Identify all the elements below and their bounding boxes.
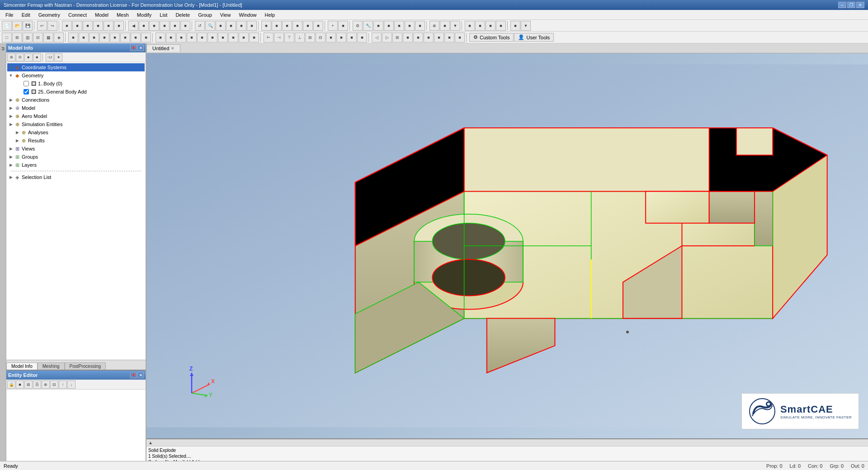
ee-tb-1[interactable]: 🔒 <box>7 381 15 389</box>
ee-tb-8[interactable]: ↓ <box>67 381 75 389</box>
mi-tb-5[interactable]: :12 <box>46 53 54 61</box>
tb-b19[interactable]: ■ <box>282 21 292 31</box>
tb2-sel6[interactable]: ■ <box>424 33 434 42</box>
tb-b21[interactable]: ■ <box>303 21 313 31</box>
menu-list[interactable]: List <box>156 11 171 19</box>
ee-tb-2[interactable]: ■ <box>16 381 24 389</box>
ee-tb-4[interactable]: ☰ <box>33 381 41 389</box>
tb2-snap6[interactable]: ⊟ <box>316 33 326 42</box>
tb-b5[interactable]: ■ <box>104 21 113 31</box>
tb-b12[interactable]: ■ <box>180 21 190 31</box>
mi-tb-6[interactable]: ★ <box>54 53 62 61</box>
tb2-sel1[interactable]: ◁ <box>372 33 382 42</box>
tb-b26[interactable]: 🔧 <box>363 21 373 31</box>
tb-b39[interactable]: ■ <box>510 21 520 31</box>
tb-rotate[interactable]: ↺ <box>195 21 205 31</box>
tb-b7[interactable]: ◀ <box>128 21 138 31</box>
tb2-sel9[interactable]: ■ <box>455 33 465 42</box>
tree-item-results[interactable]: ▶ ⊕ Results <box>7 136 145 145</box>
tb-b24[interactable]: ■ <box>338 21 348 31</box>
tb-b31[interactable]: ■ <box>415 21 425 31</box>
menu-view[interactable]: View <box>217 11 235 19</box>
menu-help[interactable]: Help <box>261 11 279 19</box>
tb2-b18[interactable]: ■ <box>187 33 197 42</box>
tree-item-analyses[interactable]: ▶ ⊕ Analyses <box>7 128 145 136</box>
tb2-b4[interactable]: ⊟ <box>33 33 43 42</box>
tb-b36[interactable]: ■ <box>475 21 485 31</box>
tree-item-coordinate-systems[interactable]: ▼ ⊕ Coordinate Systems <box>7 63 145 71</box>
tb-b13[interactable]: ■ <box>216 21 226 31</box>
close-button[interactable]: ✕ <box>856 2 864 8</box>
ee-tb-6[interactable]: ⊟ <box>50 381 58 389</box>
tb2-b6[interactable]: ◈ <box>54 33 64 42</box>
tb-b3[interactable]: ■ <box>83 21 93 31</box>
tb-undo[interactable]: ↩ <box>37 21 47 31</box>
tb-b20[interactable]: ■ <box>292 21 302 31</box>
body-0-checkbox[interactable] <box>24 81 29 86</box>
custom-tools-button[interactable]: ⚙ Custom Tools <box>469 33 514 42</box>
tb2-sel4[interactable]: ■ <box>403 33 413 42</box>
user-tools-button[interactable]: 👤 User Tools <box>514 33 554 42</box>
tree-item-model[interactable]: ▶ ⊕ Model <box>7 104 145 112</box>
tb2-b5[interactable]: ▦ <box>43 33 53 42</box>
menu-delete[interactable]: Delete <box>172 11 193 19</box>
tb2-snap10[interactable]: ■ <box>357 33 367 42</box>
tb2-b16[interactable]: ■ <box>166 33 176 42</box>
tb-b35[interactable]: ■ <box>465 21 475 31</box>
tab-model-info[interactable]: Model Info <box>6 362 38 370</box>
tb-b23[interactable]: + <box>328 21 338 31</box>
tree-item-selection-list[interactable]: ▶ ◈ Selection List <box>7 173 145 181</box>
tb-b28[interactable]: ■ <box>384 21 394 31</box>
tree-item-groups[interactable]: ▶ ⊞ Groups <box>7 153 145 161</box>
tb-b34[interactable]: ▼ <box>450 21 460 31</box>
tb-b17[interactable]: ■ <box>261 21 271 31</box>
panel-pin-button[interactable]: 📌 <box>130 45 137 51</box>
tb2-snap7[interactable]: ■ <box>326 33 336 42</box>
tree-item-body-25[interactable]: 🔲 25..General Body Add <box>7 88 145 96</box>
tb-b27[interactable]: ■ <box>373 21 383 31</box>
tree-item-body-0[interactable]: 🔲 1..Body (0) <box>7 80 145 88</box>
tb-b1[interactable]: ■ <box>62 21 72 31</box>
tab-postprocessing[interactable]: PostProcessing <box>65 362 106 370</box>
menu-geometry[interactable]: Geometry <box>35 11 64 19</box>
minimize-button[interactable]: ─ <box>838 2 846 8</box>
menu-edit[interactable]: Edit <box>18 11 34 19</box>
menu-mesh[interactable]: Mesh <box>113 11 132 19</box>
tb2-b10[interactable]: ■ <box>99 33 109 42</box>
mi-tb-1[interactable]: ⊞ <box>7 53 15 61</box>
tb2-b22[interactable]: ■ <box>228 33 238 42</box>
tree-item-aero-model[interactable]: ▶ ⊕ Aero Model <box>7 112 145 120</box>
tb2-b12[interactable]: ■ <box>120 33 130 42</box>
tb2-b8[interactable]: ■ <box>79 33 89 42</box>
tb-b37[interactable]: ■ <box>486 21 495 31</box>
menu-file[interactable]: File <box>2 11 17 19</box>
tb2-b13[interactable]: ■ <box>131 33 141 42</box>
tree-item-simulation-entities[interactable]: ▶ ⊕ Simulation Entities <box>7 120 145 128</box>
tb2-b11[interactable]: ■ <box>110 33 120 42</box>
entity-pin-button[interactable]: 📌 <box>130 372 137 378</box>
tb-b2[interactable]: ■ <box>72 21 82 31</box>
strip-tab-model[interactable]: M <box>0 45 6 52</box>
tb2-snap4[interactable]: ⊥ <box>295 33 305 42</box>
ee-tb-5[interactable]: ⊕ <box>42 381 50 389</box>
tb-b18[interactable]: ■ <box>272 21 282 31</box>
tb-b25[interactable]: ⚙ <box>353 21 363 31</box>
tb2-sel2[interactable]: ▷ <box>382 33 392 42</box>
tree-item-connections[interactable]: ▶ ⊕ Connections <box>7 96 145 104</box>
tb2-sel8[interactable]: ■ <box>444 33 454 42</box>
tb2-sel5[interactable]: ■ <box>413 33 423 42</box>
tb-b22[interactable]: ■ <box>313 21 323 31</box>
tb2-b3[interactable]: ▥ <box>23 33 33 42</box>
tb-new[interactable]: 📄 <box>2 21 12 31</box>
tb-b9[interactable]: ■ <box>149 21 159 31</box>
viewport-tab-untitled[interactable]: Untitled ✕ <box>146 44 180 52</box>
mi-tb-3[interactable]: ■ <box>24 53 33 61</box>
tb2-snap9[interactable]: ■ <box>347 33 357 42</box>
tb-b29[interactable]: ■ <box>394 21 404 31</box>
menu-group[interactable]: Group <box>194 11 216 19</box>
tb-redo[interactable]: ↪ <box>47 21 57 31</box>
tab-meshing[interactable]: Meshing <box>38 362 65 370</box>
tb2-snap3[interactable]: ⊤ <box>284 33 294 42</box>
ee-tb-3[interactable]: ⊞ <box>24 381 33 389</box>
tb2-b15[interactable]: ■ <box>156 33 165 42</box>
